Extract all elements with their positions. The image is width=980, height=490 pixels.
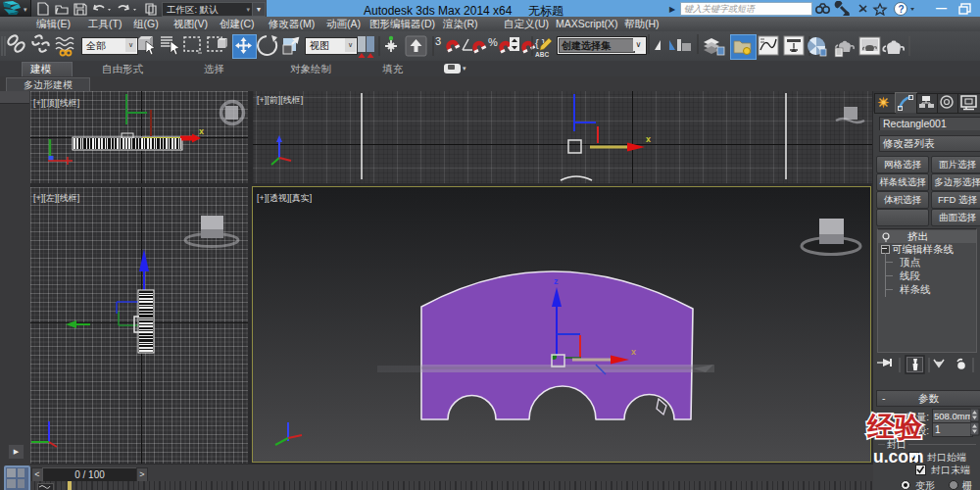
svg-text:u.com: u.com: [873, 447, 924, 466]
svg-text:?: ?: [899, 4, 905, 15]
svg-text:ABC: ABC: [535, 51, 549, 58]
svg-text:3: 3: [435, 35, 441, 47]
svg-text:x: x: [199, 126, 204, 136]
svg-text:经验: 经验: [866, 412, 923, 442]
svg-text:%: %: [488, 36, 498, 48]
svg-text:x: x: [646, 134, 651, 144]
svg-text:z: z: [554, 276, 559, 286]
svg-text:x: x: [631, 347, 636, 357]
